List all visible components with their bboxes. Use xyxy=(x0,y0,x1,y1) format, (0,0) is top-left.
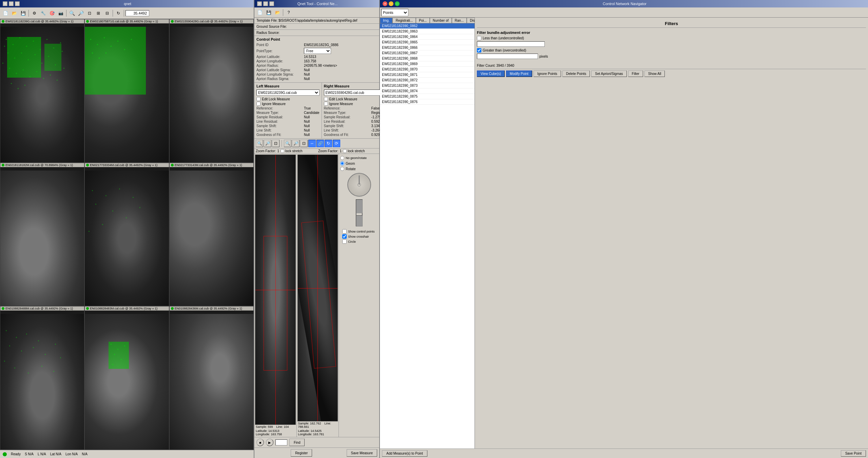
rotate-radio[interactable] xyxy=(340,167,344,171)
play-button[interactable]: ▶ xyxy=(266,439,273,446)
left-ignore-checkbox[interactable] xyxy=(256,102,261,106)
tool-save-button[interactable]: 💾 xyxy=(265,8,273,17)
cn-maximize-button[interactable]: □ xyxy=(395,1,400,6)
zoom-slider-track[interactable] xyxy=(356,199,363,226)
image-cell-8[interactable]: EN0108828436M.cal.cub @ 35.4492% (Gray =… xyxy=(169,306,254,450)
list-item[interactable]: EW02181182390_0867 xyxy=(380,51,475,56)
left-view-canvas[interactable] xyxy=(255,155,296,425)
tab-dist[interactable]: Dist... xyxy=(467,18,475,23)
list-item[interactable]: EW02181182390_0874 xyxy=(380,88,475,94)
greater-than-checkbox[interactable] xyxy=(477,48,481,53)
qnet-tool-maximize-button[interactable]: □ xyxy=(269,1,274,6)
right-zoom-in-btn[interactable]: 🔍 xyxy=(284,140,291,147)
right-ignore-checkbox[interactable] xyxy=(324,102,328,106)
zoom-slider-thumb[interactable] xyxy=(356,213,362,216)
save-measure-button[interactable]: Save Measure xyxy=(347,449,377,457)
left-edit-lock-checkbox[interactable] xyxy=(256,97,261,101)
right-zoom-out-btn[interactable]: 🔎 xyxy=(292,140,300,147)
point-type-select[interactable]: Free Fixed Constrained xyxy=(304,48,331,54)
less-than-checkbox[interactable] xyxy=(477,36,481,40)
register-button[interactable]: Register xyxy=(291,449,312,457)
list-item[interactable]: EW02181182390_0869 xyxy=(380,61,475,67)
image-cell-0[interactable]: EW0218118239G.cal.cub @ 35.4492% (Gray =… xyxy=(0,19,84,163)
list-item[interactable]: EW02181182390_0866 xyxy=(380,45,475,51)
minimize-button[interactable]: − xyxy=(9,1,14,6)
cn-close-button[interactable]: ✕ xyxy=(383,1,387,6)
cn-minimize-button[interactable]: − xyxy=(389,1,393,6)
stop-button[interactable]: ■ xyxy=(256,439,264,446)
list-item[interactable]: EW02181182390_0862 xyxy=(380,23,475,29)
list-item[interactable]: EW02181182390_0865 xyxy=(380,40,475,45)
settings-button[interactable]: ⚙ xyxy=(30,9,38,17)
right-zoom-fit-btn[interactable]: ⊡ xyxy=(300,140,308,147)
image-cell-3[interactable]: EN0218118182M.cal.cub @ 70.8984% (Gray =… xyxy=(0,163,84,306)
ignore-points-button[interactable]: Ignore Points xyxy=(534,71,561,77)
zoom-custom-button[interactable]: ⊟ xyxy=(103,9,111,17)
new-button[interactable]: 📄 xyxy=(1,9,9,17)
image-cell-4[interactable]: EN0217733334M.cal.cub @ 35.4492% (Gray =… xyxy=(84,163,169,306)
greater-than-input[interactable] xyxy=(477,54,538,59)
tab-number-of[interactable]: Number of xyxy=(430,18,452,23)
target-button[interactable]: 🎯 xyxy=(48,9,56,17)
image-cell-1[interactable]: EW0218075871G.cal.cub @ 35.4492% (Gray =… xyxy=(84,19,169,163)
delete-points-button[interactable]: Delete Points xyxy=(562,71,590,77)
filter-button[interactable]: Filter xyxy=(628,71,643,77)
image-cell-2[interactable]: EW0215590428G.cal.cub @ 35.4492% (Gray =… xyxy=(169,19,254,163)
tab-registration[interactable]: Registrati... xyxy=(392,18,416,23)
list-item[interactable]: EW02181182390_0870 xyxy=(380,67,475,72)
left-lock-stretch-checkbox[interactable] xyxy=(281,149,284,153)
set-apriori-button[interactable]: Set Apriori/Sigmas xyxy=(591,71,626,77)
show-crosshair-checkbox[interactable] xyxy=(342,234,347,239)
right-lock-stretch-checkbox[interactable] xyxy=(343,149,347,153)
tool-help-button[interactable]: ? xyxy=(285,8,293,17)
list-item[interactable]: EW02181182390_0873 xyxy=(380,83,475,88)
list-item[interactable]: EW02181182390_0864 xyxy=(380,34,475,40)
show-all-button[interactable]: Show All xyxy=(644,71,665,77)
rotation-dial[interactable] xyxy=(347,173,371,197)
right-sync-btn[interactable]: ↔ xyxy=(308,140,316,147)
no-geom-radio[interactable] xyxy=(340,156,344,160)
right-link-btn[interactable]: 🔗 xyxy=(316,140,324,147)
right-auto-btn[interactable]: ↻ xyxy=(325,140,332,147)
list-item[interactable]: EW02181182390_0863 xyxy=(380,29,475,34)
tab-img[interactable]: Img. xyxy=(380,18,392,23)
right-view-canvas[interactable] xyxy=(297,155,338,421)
left-measure-select[interactable]: EW0218118239G.cal.cub xyxy=(256,89,320,96)
geom-radio[interactable] xyxy=(340,161,344,165)
wheel-button[interactable]: 🔧 xyxy=(39,9,47,17)
modify-point-button[interactable]: Modify Point xyxy=(506,71,532,77)
qnet-tool-close-button[interactable]: ✕ xyxy=(257,1,262,6)
open-button[interactable]: 📂 xyxy=(10,9,18,17)
left-zoom-fit-btn[interactable]: ⊡ xyxy=(272,140,279,147)
show-control-points-checkbox[interactable] xyxy=(342,229,347,234)
left-zoom-in-btn[interactable]: 🔍 xyxy=(256,140,263,147)
rotate-button[interactable]: ↻ xyxy=(114,9,122,17)
zoom-out-button[interactable]: 🔎 xyxy=(77,9,85,17)
tab-ran[interactable]: Ran... xyxy=(452,18,467,23)
circle-checkbox[interactable] xyxy=(342,239,347,244)
less-than-input[interactable] xyxy=(477,41,545,47)
right-edit-lock-checkbox[interactable] xyxy=(324,97,328,101)
tool-open-button[interactable]: 📂 xyxy=(273,8,282,17)
qnet-tool-minimize-button[interactable]: − xyxy=(263,1,268,6)
tool-new-button[interactable]: 📄 xyxy=(256,8,264,17)
image-cell-5[interactable]: EN0217733143M.cal.cub @ 35.4492% (Gray =… xyxy=(169,163,254,306)
cn-type-select[interactable]: Points xyxy=(381,9,408,16)
maximize-button[interactable]: □ xyxy=(15,1,20,6)
save-point-button[interactable]: Save Point xyxy=(841,450,866,457)
image-cell-7[interactable]: EN0108828483M.cal.cub @ 35.4492% (Gray =… xyxy=(84,306,169,450)
add-measures-button[interactable]: Add Measure(s) to Point xyxy=(382,450,427,457)
list-item[interactable]: EW02181182390_0868 xyxy=(380,56,475,61)
view-cube-button[interactable]: View Cube(s) xyxy=(477,71,505,77)
camera-button[interactable]: 📷 xyxy=(57,9,65,17)
zoom-fit-button[interactable]: ⊡ xyxy=(85,9,94,17)
save-button[interactable]: 💾 xyxy=(19,9,27,17)
tab-poi[interactable]: Poi... xyxy=(416,18,430,23)
list-item[interactable]: EW02181182390_0876 xyxy=(380,99,475,105)
zoom-actual-button[interactable]: ⊞ xyxy=(94,9,102,17)
blink-step-input[interactable]: 0.5 xyxy=(275,439,287,445)
list-item[interactable]: EW02181182390_0875 xyxy=(380,94,475,99)
right-reset-btn[interactable]: ⟳ xyxy=(333,140,340,147)
list-item[interactable]: EW02181182390_0871 xyxy=(380,72,475,78)
zoom-in-button[interactable]: 🔍 xyxy=(68,9,76,17)
